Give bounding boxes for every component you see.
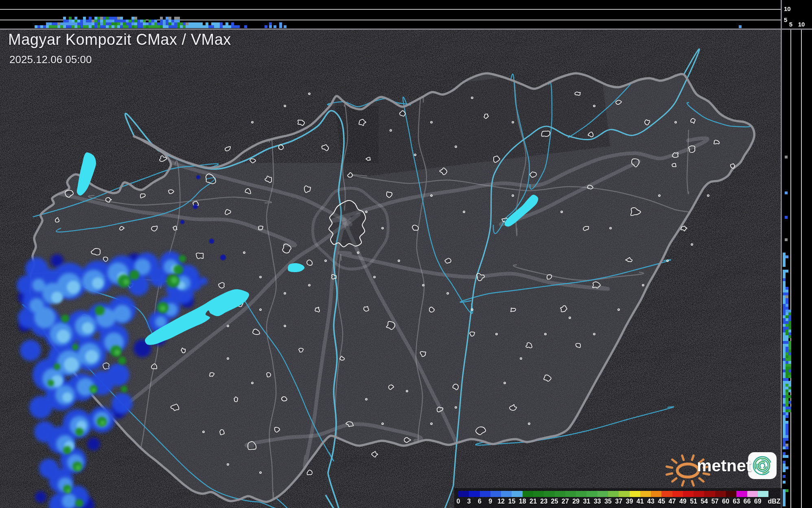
top-profile-block	[265, 25, 267, 28]
top-profile-block	[109, 20, 112, 22]
top-profile-block	[140, 20, 143, 22]
top-profile-block	[94, 17, 97, 20]
top-profile-block	[100, 22, 103, 25]
right-profile-block	[786, 292, 788, 295]
top-profile-block	[206, 25, 208, 28]
top-profile-block	[284, 25, 287, 28]
sun-ray	[682, 455, 684, 460]
top-profile-block	[217, 22, 220, 25]
top-profile-block	[80, 25, 83, 28]
right-profile-block	[788, 358, 791, 361]
product-title: Magyar Kompozit CMax / VMax	[8, 31, 231, 48]
top-profile-block	[63, 17, 66, 20]
radar-echo	[32, 279, 45, 292]
colorbar-cell	[630, 491, 640, 497]
top-profile-block	[74, 17, 77, 20]
colorbar-cell	[480, 491, 490, 497]
top-profile-block	[223, 25, 225, 28]
top-profile-block	[220, 22, 223, 25]
top-profile-block	[94, 22, 97, 25]
right-profile-block	[783, 475, 786, 478]
top-profile-block	[83, 25, 86, 28]
top-profile-block	[151, 20, 154, 22]
colorbar-cell	[704, 491, 715, 497]
top-profile-block	[225, 25, 228, 28]
top-profile-block	[143, 22, 146, 25]
settlement-outline	[731, 164, 735, 168]
settlement-outline	[196, 253, 204, 259]
radar-echo	[29, 298, 44, 313]
radar-echo	[107, 363, 129, 386]
settlement-outline	[173, 226, 177, 230]
top-profile-block	[129, 20, 131, 22]
top-profile-block	[92, 22, 94, 25]
top-profile-block	[269, 25, 272, 28]
right-profile-block	[786, 384, 788, 387]
right-profile-block	[786, 444, 788, 446]
right-profile-block	[783, 350, 786, 352]
top-profile-block	[109, 22, 112, 25]
radar-echo	[76, 465, 81, 470]
right-profile-block	[786, 358, 788, 361]
right-profile-block	[783, 290, 786, 292]
radar-echo	[64, 357, 79, 372]
top-profile-block	[103, 20, 106, 22]
right-profile-block	[783, 315, 786, 318]
right-profile-block	[785, 216, 788, 219]
right-profile-block	[786, 315, 788, 318]
right-profile-block	[783, 378, 786, 381]
top-profile-block	[171, 25, 174, 28]
colorbar-cell	[736, 491, 747, 497]
radar-echo	[113, 305, 131, 323]
radar-echo	[123, 279, 129, 285]
right-profile-block	[786, 290, 788, 292]
right-profile-block	[783, 401, 786, 404]
sun-ray	[692, 481, 694, 486]
radar-echo	[199, 277, 208, 285]
colorbar-tick-label: 0	[457, 498, 460, 505]
radar-echo	[51, 292, 63, 303]
top-profile-block	[72, 25, 74, 28]
top-profile-block	[100, 20, 103, 22]
top-profile-block	[197, 22, 200, 25]
top-profile-block	[55, 25, 57, 28]
top-profile-block	[269, 22, 272, 25]
right-profile-block	[783, 301, 786, 304]
right-profile-block	[786, 412, 788, 415]
right-profile-block	[783, 352, 786, 355]
radar-echo	[100, 420, 105, 425]
top-profile-block	[123, 25, 126, 28]
colorbar-tick-label: 9	[488, 498, 492, 505]
top-profile-block	[194, 22, 197, 25]
right-profile-block	[786, 355, 788, 358]
radar-echo	[190, 279, 201, 291]
colorbar-tick-label: 63	[733, 498, 740, 505]
top-profile-block	[169, 20, 171, 22]
top-profile-block	[86, 25, 89, 28]
right-profile-block	[788, 361, 791, 364]
right-profile-block	[786, 409, 788, 412]
top-profile-block	[163, 20, 166, 22]
top-profile-block	[57, 22, 60, 25]
settlement-outline	[220, 430, 224, 435]
radar-echo	[34, 421, 55, 442]
top-profile-block	[214, 25, 217, 28]
top-profile-block	[279, 22, 282, 25]
top-profile-block	[97, 17, 100, 20]
right-profile-block	[786, 421, 788, 424]
top-profile-block	[151, 25, 154, 28]
metnet-wordmark: metnet	[697, 456, 751, 475]
right-profile-block	[783, 361, 786, 364]
top-profile-block	[112, 17, 114, 20]
radar-echo	[160, 306, 166, 311]
top-profile-block	[143, 25, 146, 28]
radar-echo	[29, 396, 52, 419]
right-profile-block	[783, 404, 786, 407]
top-profile-block	[49, 25, 52, 28]
right-profile-block	[785, 156, 788, 158]
right-strip-height-tick-5km: 5	[789, 21, 792, 28]
right-profile-block	[783, 427, 786, 429]
right-profile-block	[788, 375, 791, 378]
right-profile-block	[786, 298, 788, 301]
top-profile-block	[106, 22, 109, 25]
